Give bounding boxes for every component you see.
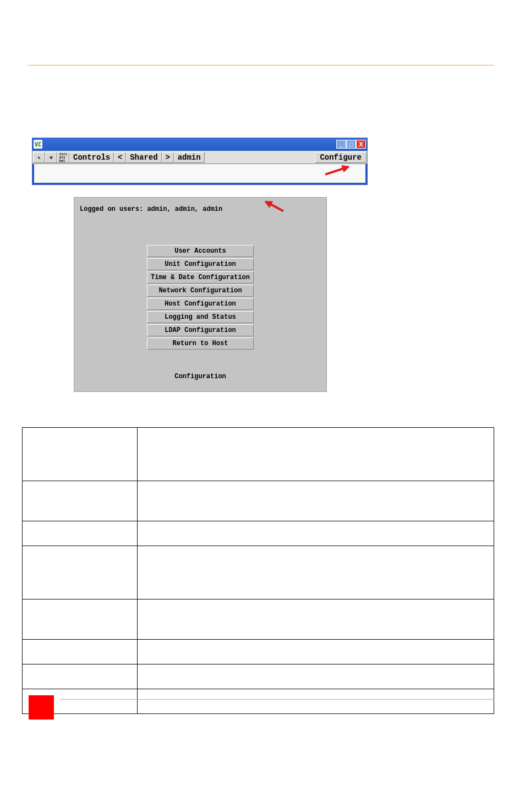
table-row	[23, 521, 494, 546]
user-indicator: admin	[174, 152, 205, 163]
footer-rule	[59, 699, 494, 700]
page-marker	[29, 695, 54, 720]
table-row	[23, 481, 494, 521]
host-configuration-button[interactable]: Host Configuration	[147, 298, 254, 310]
annotation-arrow-icon	[265, 201, 284, 212]
time-date-configuration-button[interactable]: Time & Date Configuration	[147, 271, 254, 284]
close-icon[interactable]: X	[356, 140, 366, 149]
app-icon: VC	[34, 140, 42, 149]
table-row	[23, 640, 494, 664]
unit-configuration-button[interactable]: Unit Configuration	[147, 258, 254, 270]
options-table	[22, 427, 494, 714]
network-configuration-button[interactable]: Network Configuration	[147, 285, 254, 297]
user-accounts-button[interactable]: User Accounts	[147, 245, 254, 257]
logged-users-text: Logged on users: admin, admin, admin	[80, 205, 222, 213]
table-row	[23, 600, 494, 640]
viewer-toolbar: ↖ ✥ CtrlAltDel Controls < Shared > admin…	[32, 151, 368, 164]
table-row	[23, 546, 494, 600]
viewer-client-area	[32, 164, 368, 185]
mode-button[interactable]: Shared	[126, 152, 161, 163]
table-row	[23, 689, 494, 714]
pointer-icon[interactable]: ↖	[33, 152, 45, 163]
viewer-window: VC _ □ X ↖ ✥ CtrlAltDel Controls < Share…	[32, 138, 368, 185]
header-rule	[28, 65, 494, 66]
window-buttons: _ □ X	[336, 140, 366, 149]
panel-caption: Configuration	[74, 373, 326, 380]
config-menu: User Accounts Unit Configuration Time & …	[147, 245, 254, 350]
table-row	[23, 428, 494, 481]
configure-button[interactable]: Configure	[315, 152, 367, 163]
move-icon[interactable]: ✥	[45, 152, 57, 163]
minimize-icon[interactable]: _	[336, 140, 346, 149]
return-to-host-button[interactable]: Return to Host	[147, 337, 254, 350]
ldap-configuration-button[interactable]: LDAP Configuration	[147, 324, 254, 336]
prev-button[interactable]: <	[114, 152, 126, 163]
table-row	[23, 664, 494, 689]
configuration-panel: Logged on users: admin, admin, admin Use…	[74, 197, 327, 392]
page: VC _ □ X ↖ ✥ CtrlAltDel Controls < Share…	[0, 0, 525, 812]
titlebar: VC _ □ X	[32, 138, 368, 151]
controls-button[interactable]: Controls	[69, 152, 114, 163]
maximize-icon[interactable]: □	[346, 140, 356, 149]
ctrl-alt-del-icon[interactable]: CtrlAltDel	[57, 152, 69, 163]
next-button[interactable]: >	[162, 152, 174, 163]
logging-status-button[interactable]: Logging and Status	[147, 311, 254, 323]
annotation-arrow-icon	[325, 166, 348, 175]
